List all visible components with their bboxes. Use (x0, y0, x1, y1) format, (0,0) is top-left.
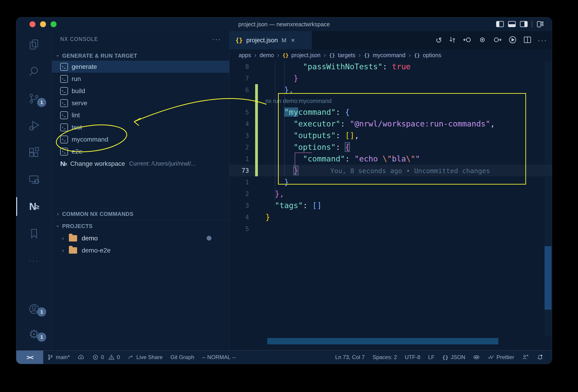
gutter-modified-bar (255, 141, 258, 153)
toggle-sidebar-left-icon[interactable] (496, 21, 504, 28)
nx-console-icon[interactable]: N≥ (16, 193, 52, 220)
breadcrumb-separator: › (359, 51, 361, 59)
section-generate-run-target[interactable]: › GENERATE & RUN TARGET (52, 51, 229, 61)
account-icon[interactable]: 1 (16, 296, 52, 322)
code-line[interactable]: 5 (230, 223, 552, 235)
cursor-position[interactable]: Ln 73, Col 7 (331, 350, 369, 364)
next-change-icon[interactable] (493, 35, 502, 45)
vim-mode-indicator[interactable]: -- NORMAL -- (198, 350, 240, 364)
settings-icon[interactable]: ⚙ 1 (16, 322, 52, 347)
sidebar-item-e2e[interactable]: ›_ e2e (52, 145, 229, 158)
project-item-demo[interactable]: › demo (52, 232, 229, 244)
git-branch-icon (47, 354, 53, 360)
expand-chevron-icon[interactable]: › (62, 247, 64, 254)
expand-chevron-icon[interactable]: › (62, 235, 64, 242)
split-editor-icon[interactable] (523, 36, 532, 45)
sidebar-more-actions-icon[interactable]: ··· (212, 35, 221, 43)
code-line[interactable]: 8 "passWithNoTests": true (230, 61, 552, 73)
breadcrumb-project-json[interactable]: project.json (291, 52, 321, 59)
run-circle-icon[interactable] (508, 35, 517, 45)
gutter-modified-bar (255, 188, 258, 200)
line-text: "passWithNoTests": true (258, 61, 411, 73)
editor-actions: ↺ ··· (436, 31, 547, 49)
line-number: 2 (230, 188, 249, 200)
sidebar-item-mycommand[interactable]: ›_ mycommand (52, 133, 229, 145)
tab-project-json[interactable]: {} project.json M × (230, 31, 312, 49)
code-line[interactable]: 7 } (230, 73, 552, 84)
remote-explorer-icon[interactable] (16, 166, 52, 193)
vertical-scrollbar[interactable] (545, 246, 551, 310)
line-number: 6 (230, 84, 249, 96)
breadcrumb-options[interactable]: options (423, 52, 441, 59)
sidebar-item-run[interactable]: ›_ run (52, 73, 229, 85)
folder-icon (69, 235, 77, 242)
window-title: project.json — newnxreactwrkspace (16, 21, 552, 28)
project-item-demo-e2e[interactable]: › demo-e2e (52, 244, 229, 256)
json-braces-icon: {} (282, 52, 289, 58)
gutter-modified-bar (255, 153, 258, 165)
indentation-status[interactable]: Spaces: 2 (369, 350, 401, 364)
annotation-rectangle (278, 93, 526, 184)
more-views-icon[interactable]: ··· (16, 247, 52, 274)
section-projects[interactable]: › PROJECTS (52, 220, 229, 232)
breadcrumb-demo[interactable]: demo (260, 52, 274, 59)
search-icon[interactable] (16, 58, 52, 85)
overview-ruler (544, 61, 552, 337)
line-number: 1 (230, 176, 249, 188)
feedback-person-icon (522, 354, 529, 361)
problems-status[interactable]: 0 0 (88, 350, 124, 364)
more-actions-icon[interactable]: ··· (538, 36, 547, 44)
eol-status[interactable]: LF (424, 350, 438, 364)
code-line[interactable]: 3 "tags": [] (230, 200, 552, 211)
git-graph-button[interactable]: Git Graph (167, 350, 198, 364)
source-control-icon[interactable]: 1 (16, 85, 52, 112)
feedback-button[interactable] (518, 350, 533, 364)
sidebar-item-serve[interactable]: ›_ serve (52, 97, 229, 109)
sidebar-item-generate[interactable]: ›_ generate (52, 61, 229, 73)
bookmarks-icon[interactable] (16, 220, 52, 247)
title-bar: project.json — newnxreactwrkspace (16, 17, 552, 31)
explorer-icon[interactable] (16, 31, 52, 58)
gutter-modified-bar (255, 61, 258, 73)
line-number: 8 (230, 61, 249, 73)
code-editor[interactable]: 8 "passWithNoTests": true7 }6 },nx run d… (230, 61, 552, 350)
sidebar-item-test[interactable]: ›_ test (52, 121, 229, 133)
run-debug-icon[interactable] (16, 112, 52, 139)
toggle-sidebar-right-icon[interactable] (520, 21, 528, 28)
line-text: }, (258, 188, 284, 200)
sidebar-item-change-workspace[interactable]: N≥ Change workspace Current: /Users/juri… (52, 158, 229, 170)
encoding-status[interactable]: UTF-8 (401, 350, 424, 364)
line-number: 3 (230, 130, 249, 141)
close-tab-icon[interactable]: × (291, 36, 295, 44)
sidebar-item-build[interactable]: ›_ build (52, 85, 229, 97)
live-share-button[interactable]: Live Share (124, 350, 167, 364)
horizontal-scrollbar[interactable] (267, 338, 498, 345)
section-common-nx-commands[interactable]: › COMMON NX COMMANDS (52, 208, 229, 220)
code-line[interactable]: 2 }, (230, 188, 552, 200)
timeline-history-icon[interactable]: ↺ (436, 36, 442, 45)
extensions-icon[interactable] (16, 139, 52, 166)
formatter-status[interactable]: ✓✓ Prettier (484, 350, 518, 364)
breadcrumb-mycommand[interactable]: mycommand (373, 52, 405, 59)
previous-change-icon[interactable] (463, 35, 472, 45)
breadcrumb-targets[interactable]: targets (338, 52, 355, 59)
publish-changes-button[interactable] (74, 350, 88, 364)
gutter-modified-bar (255, 176, 258, 188)
customize-layout-icon[interactable] (536, 21, 544, 28)
notifications-button[interactable] (533, 350, 547, 364)
breadcrumb-apps[interactable]: apps (239, 52, 251, 59)
git-compare-icon[interactable] (448, 36, 457, 45)
remote-indicator[interactable]: >< (16, 350, 43, 364)
code-token: [] (312, 201, 322, 210)
toggle-panel-icon[interactable] (508, 21, 516, 28)
status-bar: >< main* 0 0 Live Share Git Graph (16, 350, 552, 364)
code-line[interactable]: 4} (230, 211, 552, 223)
sidebar-item-lint[interactable]: ›_ lint (52, 109, 229, 121)
git-branch-status[interactable]: main* (43, 350, 74, 364)
code-token: true (392, 62, 411, 71)
account-badge: 1 (37, 307, 46, 316)
change-icon[interactable] (478, 35, 487, 45)
language-mode[interactable]: {} JSON (438, 350, 469, 364)
json-braces-icon: {} (414, 52, 420, 58)
copilot-status[interactable] (469, 350, 484, 364)
